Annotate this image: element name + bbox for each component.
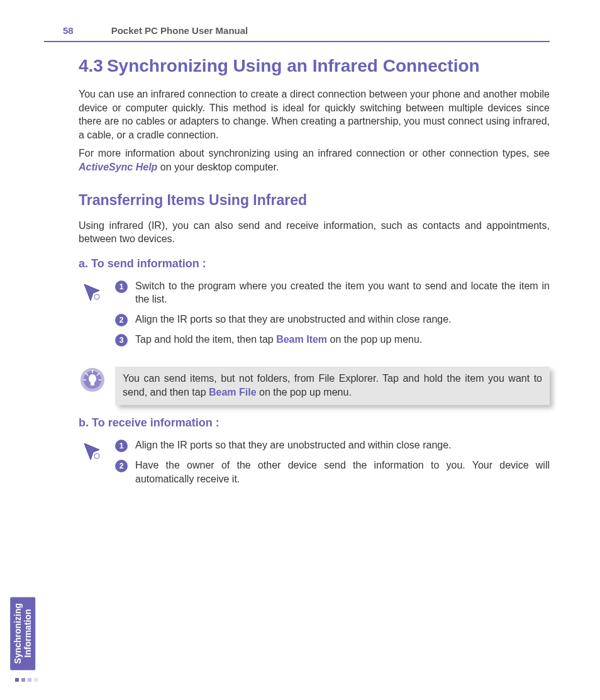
page-body: 4.3 Synchronizing Using an Infrared Conn…: [44, 42, 550, 492]
step-number-badge: 1: [115, 281, 128, 293]
step-number-badge: 1: [115, 440, 128, 452]
step-text: Tap and hold the item, then tap Beam Ite…: [135, 333, 550, 347]
svg-rect-13: [28, 678, 31, 682]
chapter-side-tab: Synchronizing Information: [10, 597, 35, 670]
step-number-badge: 2: [115, 314, 128, 326]
receive-steps-block: 1 Align the IR ports so that they are un…: [79, 438, 550, 492]
step-number-badge: 2: [115, 460, 128, 472]
svg-point-0: [94, 294, 99, 299]
list-item: 1 Switch to the program where you create…: [115, 279, 550, 306]
step-text: Switch to the program where you created …: [135, 279, 550, 306]
side-tab-line-2: Information: [23, 609, 33, 657]
svg-point-10: [94, 453, 99, 458]
tip-box: You can send items, but not folders, fro…: [115, 367, 550, 405]
svg-rect-12: [21, 678, 25, 682]
list-item: 3 Tap and hold the item, then tap Beam I…: [115, 333, 550, 347]
subsection-heading: Transferring Items Using Infrared: [79, 192, 550, 209]
activesync-help-link: ActiveSync Help: [79, 162, 157, 172]
send-steps-list: 1 Switch to the program where you create…: [115, 279, 550, 353]
list-item: 2 Align the IR ports so that they are un…: [115, 313, 550, 326]
send-heading: a. To send information :: [79, 257, 550, 270]
step-text: Align the IR ports so that they are unob…: [135, 313, 550, 326]
pointer-icon: [79, 438, 106, 492]
step-text: Have the owner of the other device send …: [135, 458, 550, 486]
page-header: 58 Pocket PC Phone User Manual: [44, 25, 550, 42]
lightbulb-icon: [79, 367, 106, 393]
pointer-icon: [79, 279, 106, 353]
subsection-paragraph: Using infrared (IR), you can also send a…: [79, 219, 550, 246]
section-title: Synchronizing Using an Infrared Connecti…: [107, 56, 480, 76]
svg-rect-11: [15, 678, 19, 682]
svg-point-3: [89, 374, 96, 383]
section-heading: 4.3 Synchronizing Using an Infrared Conn…: [79, 56, 550, 76]
tip-row: You can send items, but not folders, fro…: [79, 367, 550, 405]
list-item: 2 Have the owner of the other device sen…: [115, 458, 550, 486]
beam-item-label: Beam Item: [276, 334, 327, 345]
page-number: 58: [63, 25, 74, 36]
section-number: 4.3: [79, 56, 103, 76]
send-steps-block: 1 Switch to the program where you create…: [79, 279, 550, 353]
intro-paragraph-2: For more information about synchronizing…: [79, 147, 550, 174]
intro-2-pre: For more information about synchronizing…: [79, 148, 550, 158]
intro-2-post: on your desktop computer.: [157, 162, 279, 172]
step-3-pre: Tap and hold the item, then tap: [135, 334, 276, 345]
intro-paragraph-1: You can use an infrared connection to cr…: [79, 87, 550, 142]
step-text: Align the IR ports so that they are unob…: [135, 438, 550, 452]
document-title: Pocket PC Phone User Manual: [111, 25, 248, 36]
svg-rect-4: [91, 382, 94, 386]
side-tab-line-1: Synchronizing: [13, 603, 23, 664]
receive-steps-list: 1 Align the IR ports so that they are un…: [115, 438, 550, 492]
receive-heading: b. To receive information :: [79, 416, 550, 430]
svg-rect-14: [34, 678, 38, 682]
tip-post: on the pop up menu.: [257, 387, 352, 397]
footer-ornament: [11, 675, 600, 685]
step-3-post: on the pop up menu.: [327, 334, 422, 345]
step-number-badge: 3: [115, 334, 128, 347]
list-item: 1 Align the IR ports so that they are un…: [115, 438, 550, 452]
beam-file-label: Beam File: [209, 387, 257, 397]
page: 58 Pocket PC Phone User Manual 4.3 Synch…: [0, 0, 600, 700]
